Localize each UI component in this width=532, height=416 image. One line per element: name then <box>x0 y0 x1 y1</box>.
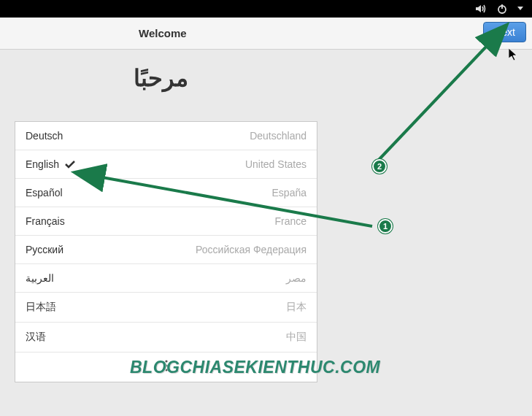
welcome-heading: مرحبًا <box>0 64 321 92</box>
more-languages-button[interactable] <box>15 353 317 382</box>
language-name: English <box>26 158 59 170</box>
language-country: France <box>274 215 307 227</box>
language-country: Deutschland <box>250 130 307 142</box>
language-row-chinese[interactable]: 汉语 中国 <box>15 323 317 353</box>
language-country: Российская Федерация <box>196 244 307 255</box>
system-topbar <box>0 0 532 18</box>
volume-icon[interactable] <box>475 4 487 14</box>
svg-point-2 <box>165 360 167 362</box>
language-country: 中国 <box>286 331 307 344</box>
language-row-arabic[interactable]: العربية مصر <box>15 264 317 293</box>
language-row-english[interactable]: English United States <box>15 150 317 179</box>
language-name: 汉语 <box>26 331 46 344</box>
svg-point-3 <box>165 364 167 366</box>
language-row-russian[interactable]: Русский Российская Федерация <box>15 236 317 264</box>
language-name: العربية <box>26 272 54 284</box>
language-row-espanol[interactable]: Español España <box>15 179 317 207</box>
next-button[interactable]: Next <box>483 22 526 42</box>
language-list: Deutsch Deutschland English United State… <box>15 121 317 382</box>
language-row-deutsch[interactable]: Deutsch Deutschland <box>15 122 317 150</box>
check-icon <box>65 160 75 169</box>
language-name: Français <box>26 215 65 227</box>
page-title: Welcome <box>139 27 187 39</box>
language-name: Español <box>26 187 63 199</box>
language-name: Русский <box>26 244 63 255</box>
more-icon <box>165 360 168 374</box>
language-row-francais[interactable]: Français France <box>15 207 317 236</box>
dropdown-indicator-icon[interactable] <box>517 7 523 11</box>
language-country: España <box>272 187 307 199</box>
language-row-japanese[interactable]: 日本語 日本 <box>15 293 317 323</box>
svg-point-4 <box>165 369 167 371</box>
language-country: 日本 <box>286 301 307 314</box>
language-country: United States <box>245 158 307 170</box>
language-name: Deutsch <box>26 130 63 142</box>
power-icon[interactable] <box>497 4 507 14</box>
language-name: 日本語 <box>26 301 56 314</box>
language-country: مصر <box>286 272 307 284</box>
headerbar: Welcome Next <box>0 18 532 50</box>
content-area: مرحبًا Deutsch Deutschland English Unite… <box>0 50 532 382</box>
